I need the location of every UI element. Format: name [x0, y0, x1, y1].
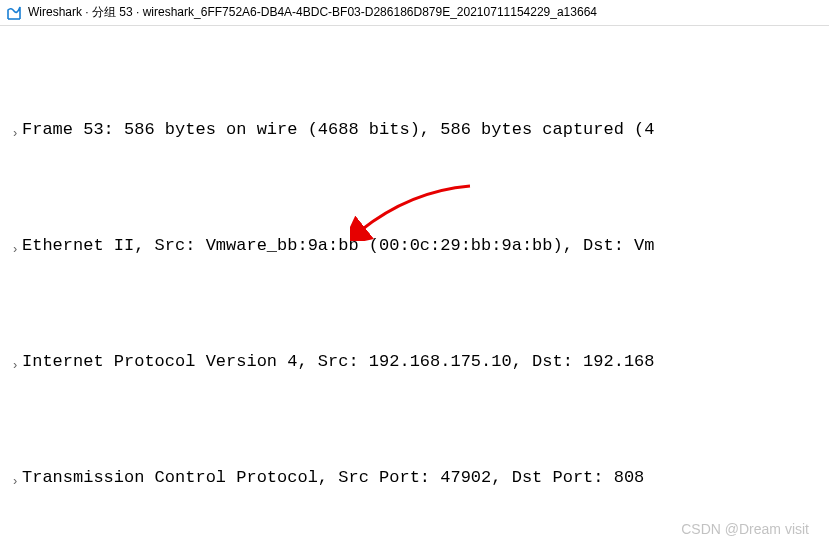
tree-row-tcp[interactable]: › Transmission Control Protocol, Src Por… — [0, 464, 829, 496]
packet-details-pane[interactable]: › Frame 53: 586 bytes on wire (4688 bits… — [0, 26, 829, 547]
expand-caret-icon[interactable]: › — [8, 232, 22, 264]
expand-caret-icon[interactable]: › — [8, 116, 22, 148]
window-title: Wireshark · 分组 53 · wireshark_6FF752A6-D… — [28, 4, 597, 21]
tree-row-ip[interactable]: › Internet Protocol Version 4, Src: 192.… — [0, 348, 829, 380]
tree-label: Ethernet II, Src: Vmware_bb:9a:bb (00:0c… — [22, 232, 655, 260]
window-titlebar: Wireshark · 分组 53 · wireshark_6FF752A6-D… — [0, 0, 829, 26]
watermark-text: CSDN @Dream visit — [681, 521, 809, 537]
expand-caret-icon[interactable]: › — [8, 464, 22, 496]
tree-row-frame[interactable]: › Frame 53: 586 bytes on wire (4688 bits… — [0, 116, 829, 148]
tree-label: Transmission Control Protocol, Src Port:… — [22, 464, 644, 492]
wireshark-fin-icon — [6, 5, 22, 21]
tree-label: Internet Protocol Version 4, Src: 192.16… — [22, 348, 655, 376]
expand-caret-icon[interactable]: › — [8, 348, 22, 380]
tree-row-ethernet[interactable]: › Ethernet II, Src: Vmware_bb:9a:bb (00:… — [0, 232, 829, 264]
tree-label: Frame 53: 586 bytes on wire (4688 bits),… — [22, 116, 655, 144]
